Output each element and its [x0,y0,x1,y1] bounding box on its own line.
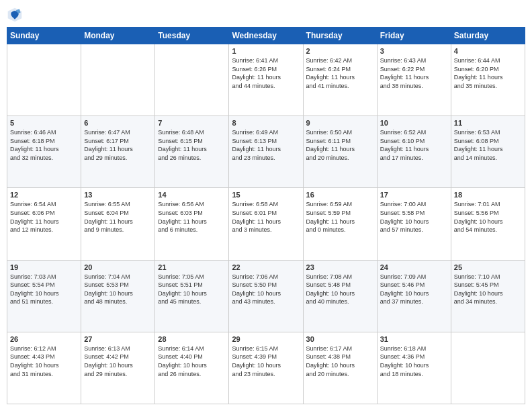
day-number: 27 [84,335,152,343]
day-number: 1 [232,47,300,55]
day-info: Sunrise: 6:54 AM Sunset: 6:06 PM Dayligh… [10,200,78,234]
day-number: 8 [232,119,300,127]
day-number: 19 [10,263,78,271]
day-number: 10 [380,119,448,127]
day-info: Sunrise: 6:46 AM Sunset: 6:18 PM Dayligh… [10,128,78,162]
day-cell: 5Sunrise: 6:46 AM Sunset: 6:18 PM Daylig… [7,116,81,188]
day-cell: 25Sunrise: 7:10 AM Sunset: 5:45 PM Dayli… [451,260,525,332]
day-number: 18 [454,191,522,199]
day-info: Sunrise: 7:08 AM Sunset: 5:48 PM Dayligh… [306,273,374,306]
day-info: Sunrise: 6:50 AM Sunset: 6:11 PM Dayligh… [306,128,374,162]
day-info: Sunrise: 6:58 AM Sunset: 6:01 PM Dayligh… [232,200,300,234]
day-number: 31 [380,335,448,343]
page: SundayMondayTuesdayWednesdayThursdayFrid… [0,0,532,411]
day-cell: 1Sunrise: 6:41 AM Sunset: 6:26 PM Daylig… [229,44,303,116]
day-info: Sunrise: 6:44 AM Sunset: 6:20 PM Dayligh… [454,56,522,90]
day-info: Sunrise: 6:47 AM Sunset: 6:17 PM Dayligh… [84,128,152,162]
day-cell: 6Sunrise: 6:47 AM Sunset: 6:17 PM Daylig… [81,116,155,188]
day-number: 21 [158,263,226,271]
day-info: Sunrise: 6:49 AM Sunset: 6:13 PM Dayligh… [232,128,300,162]
calendar-table: SundayMondayTuesdayWednesdayThursdayFrid… [7,27,525,404]
day-cell: 30Sunrise: 6:17 AM Sunset: 4:38 PM Dayli… [303,332,377,404]
day-number: 11 [454,119,522,127]
day-number: 3 [380,47,448,55]
day-cell: 12Sunrise: 6:54 AM Sunset: 6:06 PM Dayli… [7,188,81,260]
day-cell [451,332,525,404]
weekday-friday: Friday [377,28,451,44]
day-info: Sunrise: 6:14 AM Sunset: 4:40 PM Dayligh… [158,345,226,378]
day-cell [155,44,229,116]
day-info: Sunrise: 6:12 AM Sunset: 4:43 PM Dayligh… [10,345,78,378]
day-cell: 8Sunrise: 6:49 AM Sunset: 6:13 PM Daylig… [229,116,303,188]
day-info: Sunrise: 6:13 AM Sunset: 4:42 PM Dayligh… [84,345,152,378]
week-row-4: 26Sunrise: 6:12 AM Sunset: 4:43 PM Dayli… [7,332,525,404]
day-cell: 22Sunrise: 7:06 AM Sunset: 5:50 PM Dayli… [229,260,303,332]
day-number: 13 [84,191,152,199]
day-cell: 31Sunrise: 6:18 AM Sunset: 4:36 PM Dayli… [377,332,451,404]
logo [7,7,24,23]
day-info: Sunrise: 7:01 AM Sunset: 5:56 PM Dayligh… [454,200,522,234]
day-cell: 13Sunrise: 6:55 AM Sunset: 6:04 PM Dayli… [81,188,155,260]
day-cell: 20Sunrise: 7:04 AM Sunset: 5:53 PM Dayli… [81,260,155,332]
day-info: Sunrise: 6:18 AM Sunset: 4:36 PM Dayligh… [380,345,448,378]
day-cell: 10Sunrise: 6:52 AM Sunset: 6:10 PM Dayli… [377,116,451,188]
week-row-0: 1Sunrise: 6:41 AM Sunset: 6:26 PM Daylig… [7,44,525,116]
day-number: 30 [306,335,374,343]
day-number: 2 [306,47,374,55]
day-cell: 21Sunrise: 7:05 AM Sunset: 5:51 PM Dayli… [155,260,229,332]
day-info: Sunrise: 6:52 AM Sunset: 6:10 PM Dayligh… [380,128,448,162]
day-cell: 26Sunrise: 6:12 AM Sunset: 4:43 PM Dayli… [7,332,81,404]
day-info: Sunrise: 7:09 AM Sunset: 5:46 PM Dayligh… [380,273,448,306]
day-info: Sunrise: 7:10 AM Sunset: 5:45 PM Dayligh… [454,273,522,306]
day-number: 16 [306,191,374,199]
day-number: 24 [380,263,448,271]
day-info: Sunrise: 6:43 AM Sunset: 6:22 PM Dayligh… [380,56,448,90]
day-cell: 9Sunrise: 6:50 AM Sunset: 6:11 PM Daylig… [303,116,377,188]
day-cell: 23Sunrise: 7:08 AM Sunset: 5:48 PM Dayli… [303,260,377,332]
day-number: 9 [306,119,374,127]
day-info: Sunrise: 6:42 AM Sunset: 6:24 PM Dayligh… [306,56,374,90]
weekday-sunday: Sunday [7,28,81,44]
day-info: Sunrise: 6:15 AM Sunset: 4:39 PM Dayligh… [232,345,300,378]
day-cell [7,44,81,116]
logo-icon [7,7,23,23]
day-cell: 24Sunrise: 7:09 AM Sunset: 5:46 PM Dayli… [377,260,451,332]
day-cell: 18Sunrise: 7:01 AM Sunset: 5:56 PM Dayli… [451,188,525,260]
day-info: Sunrise: 7:05 AM Sunset: 5:51 PM Dayligh… [158,273,226,306]
day-number: 5 [10,119,78,127]
day-info: Sunrise: 6:48 AM Sunset: 6:15 PM Dayligh… [158,128,226,162]
day-number: 22 [232,263,300,271]
weekday-wednesday: Wednesday [229,28,303,44]
day-cell: 11Sunrise: 6:53 AM Sunset: 6:08 PM Dayli… [451,116,525,188]
day-number: 15 [232,191,300,199]
day-info: Sunrise: 6:41 AM Sunset: 6:26 PM Dayligh… [232,56,300,90]
week-row-1: 5Sunrise: 6:46 AM Sunset: 6:18 PM Daylig… [7,116,525,188]
day-cell: 7Sunrise: 6:48 AM Sunset: 6:15 PM Daylig… [155,116,229,188]
weekday-monday: Monday [81,28,155,44]
day-number: 17 [380,191,448,199]
day-cell: 28Sunrise: 6:14 AM Sunset: 4:40 PM Dayli… [155,332,229,404]
weekday-header-row: SundayMondayTuesdayWednesdayThursdayFrid… [7,28,525,44]
weekday-tuesday: Tuesday [155,28,229,44]
week-row-2: 12Sunrise: 6:54 AM Sunset: 6:06 PM Dayli… [7,188,525,260]
day-info: Sunrise: 7:00 AM Sunset: 5:58 PM Dayligh… [380,200,448,234]
day-cell: 16Sunrise: 6:59 AM Sunset: 5:59 PM Dayli… [303,188,377,260]
day-cell: 2Sunrise: 6:42 AM Sunset: 6:24 PM Daylig… [303,44,377,116]
day-info: Sunrise: 6:53 AM Sunset: 6:08 PM Dayligh… [454,128,522,162]
day-info: Sunrise: 6:56 AM Sunset: 6:03 PM Dayligh… [158,200,226,234]
weekday-saturday: Saturday [451,28,525,44]
day-cell: 19Sunrise: 7:03 AM Sunset: 5:54 PM Dayli… [7,260,81,332]
day-number: 20 [84,263,152,271]
day-cell: 17Sunrise: 7:00 AM Sunset: 5:58 PM Dayli… [377,188,451,260]
weekday-thursday: Thursday [303,28,377,44]
day-cell [81,44,155,116]
day-cell: 29Sunrise: 6:15 AM Sunset: 4:39 PM Dayli… [229,332,303,404]
day-info: Sunrise: 7:04 AM Sunset: 5:53 PM Dayligh… [84,273,152,306]
day-number: 29 [232,335,300,343]
day-info: Sunrise: 7:03 AM Sunset: 5:54 PM Dayligh… [10,273,78,306]
day-number: 6 [84,119,152,127]
day-cell: 3Sunrise: 6:43 AM Sunset: 6:22 PM Daylig… [377,44,451,116]
day-number: 14 [158,191,226,199]
day-number: 12 [10,191,78,199]
day-number: 4 [454,47,522,55]
